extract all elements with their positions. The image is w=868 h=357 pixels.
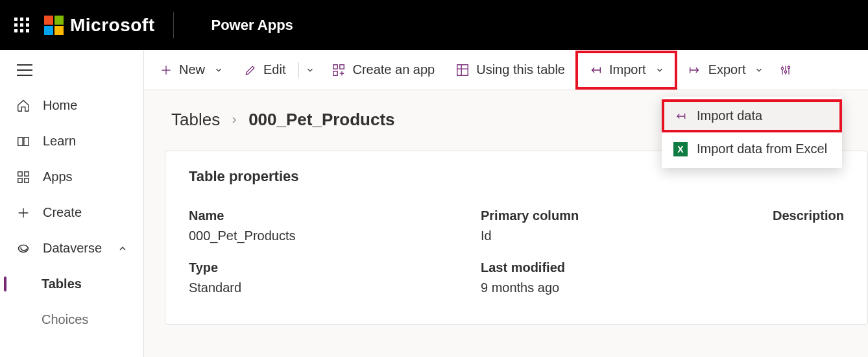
sidebar-item-create[interactable]: Create (0, 195, 143, 230)
svg-rect-4 (333, 64, 337, 68)
prop-label-description: Description (773, 208, 844, 223)
button-label: New (179, 62, 205, 77)
prop-label-name: Name (189, 208, 455, 223)
grid-plus-icon (332, 63, 346, 77)
button-label: Import (609, 62, 646, 77)
sidebar-sublabel: Tables (42, 277, 82, 291)
dataverse-icon (16, 241, 31, 256)
sidebar-subitem-choices[interactable]: Choices (0, 302, 143, 338)
excel-icon (673, 142, 688, 156)
menu-label: Import data (697, 108, 762, 123)
menu-label: Import data from Excel (697, 142, 827, 156)
import-data-item[interactable]: Import data (662, 99, 842, 132)
sidebar: Home Learn Apps Create Dataverse (0, 50, 144, 357)
button-label: Export (708, 62, 746, 77)
button-label: Create an app (352, 62, 435, 77)
book-icon (16, 134, 31, 149)
sidebar-item-apps[interactable]: Apps (0, 159, 143, 195)
chevron-down-icon (306, 66, 315, 75)
prop-label-primary: Primary column (481, 208, 747, 223)
button-label: Using this table (476, 62, 565, 77)
sidebar-sublabel: Choices (42, 312, 88, 326)
import-arrow-icon (673, 110, 688, 123)
main-content: New Edit Create a (144, 50, 868, 357)
app-launcher-icon[interactable] (14, 18, 30, 33)
chevron-down-icon (214, 66, 223, 75)
chevron-up-icon (117, 243, 128, 254)
settings-sliders-icon (779, 64, 792, 77)
edit-split-chevron[interactable] (302, 51, 321, 90)
prop-label-type: Type (189, 260, 455, 275)
import-excel-item[interactable]: Import data from Excel (662, 132, 842, 166)
prop-value-primary: Id (481, 228, 747, 243)
table-properties-card: Table properties Name 000_Pet_Products T… (165, 151, 868, 325)
svg-rect-3 (25, 178, 29, 182)
svg-rect-7 (457, 64, 468, 75)
card-title: Table properties (189, 168, 844, 185)
brand-text: Microsoft (70, 15, 155, 36)
breadcrumb-current: 000_Pet_Products (248, 110, 394, 130)
sidebar-label: Learn (43, 134, 76, 149)
chevron-right-icon (229, 115, 239, 125)
import-button[interactable]: Import (575, 51, 677, 90)
export-arrow-icon (688, 63, 702, 77)
sidebar-label: Apps (43, 169, 73, 184)
sidebar-item-dataverse[interactable]: Dataverse (0, 230, 143, 266)
sidebar-label: Home (43, 98, 77, 113)
svg-rect-0 (18, 171, 22, 175)
pencil-icon (244, 64, 257, 77)
create-app-button[interactable]: Create an app (321, 51, 445, 90)
global-header: Microsoft Power Apps (0, 0, 868, 50)
plus-icon (160, 64, 173, 77)
home-icon (16, 99, 31, 113)
prop-value-type: Standard (189, 280, 455, 295)
prop-value-name: 000_Pet_Products (189, 228, 455, 243)
split-separator (298, 62, 299, 78)
svg-rect-2 (18, 178, 22, 182)
svg-rect-1 (25, 171, 29, 175)
import-menu: Import data Import data from Excel (662, 97, 842, 168)
chevron-down-icon (655, 66, 664, 75)
overflow-button[interactable] (774, 51, 797, 90)
svg-point-10 (788, 66, 790, 68)
button-label: Edit (263, 62, 285, 77)
app-name: Power Apps (211, 17, 293, 34)
ms-brand[interactable]: Microsoft (44, 15, 155, 36)
breadcrumb-root[interactable]: Tables (171, 110, 220, 130)
sidebar-label: Create (43, 205, 82, 220)
sidebar-item-home[interactable]: Home (0, 88, 143, 123)
prop-label-modified: Last modified (481, 260, 747, 275)
new-button[interactable]: New (149, 51, 234, 90)
svg-rect-5 (333, 71, 337, 75)
edit-button[interactable]: Edit (234, 51, 296, 90)
using-this-table-button[interactable]: Using this table (445, 51, 575, 90)
sidebar-toggle[interactable] (0, 58, 143, 88)
export-button[interactable]: Export (677, 51, 775, 90)
svg-rect-6 (340, 64, 344, 68)
chevron-down-icon (754, 66, 764, 75)
header-separator (173, 12, 174, 38)
svg-point-8 (782, 67, 784, 69)
prop-value-modified: 9 months ago (481, 280, 747, 295)
sidebar-subitem-tables[interactable]: Tables (0, 266, 143, 302)
plus-icon (16, 206, 31, 220)
sidebar-item-learn[interactable]: Learn (0, 123, 143, 159)
import-arrow-icon (588, 63, 603, 77)
svg-point-9 (785, 70, 787, 72)
apps-icon (16, 170, 31, 184)
table-icon (455, 63, 470, 77)
sidebar-label: Dataverse (43, 241, 102, 256)
microsoft-logo-icon (44, 16, 64, 35)
command-bar: New Edit Create a (144, 50, 868, 90)
hamburger-icon (17, 64, 32, 76)
